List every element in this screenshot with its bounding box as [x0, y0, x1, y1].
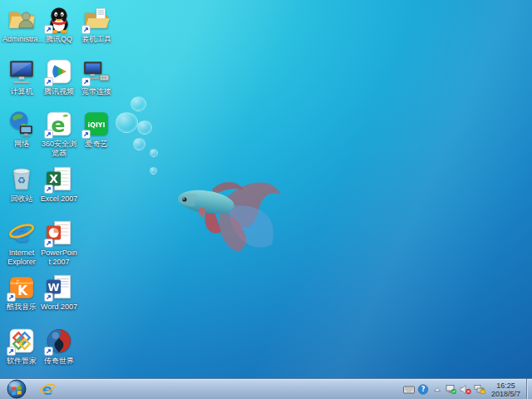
- icon-label: 腾讯QQ: [40, 35, 78, 44]
- word-2007-icon: [45, 273, 73, 301]
- icon-label: 腾讯视频: [40, 87, 78, 96]
- excel-2007[interactable]: Excel 2007: [40, 165, 78, 204]
- show-desktop-button[interactable]: [526, 379, 532, 399]
- tencent-qq-icon: [45, 5, 73, 33]
- start-button[interactable]: [7, 379, 27, 399]
- tencent-video[interactable]: 腾讯视频: [40, 57, 78, 96]
- install-tools-folder[interactable]: 装机工具: [77, 5, 116, 44]
- volume-muted-icon[interactable]: [460, 384, 472, 396]
- clock-date: 2018/5/7: [491, 390, 520, 398]
- tencent-qq[interactable]: 腾讯QQ: [40, 5, 78, 44]
- icon-label: 软件管家: [2, 357, 41, 366]
- install-tools-folder-icon: [82, 5, 111, 33]
- device-ready-icon[interactable]: [446, 384, 458, 396]
- shortcut-arrow-icon: [7, 347, 16, 356]
- icon-label: Administra...: [2, 35, 41, 44]
- shortcut-arrow-icon: [7, 293, 16, 302]
- shortcut-arrow-icon: [44, 185, 53, 194]
- excel-2007-icon: [45, 165, 73, 193]
- taskbar-ie-button[interactable]: [38, 381, 57, 398]
- icon-label: 回收站: [2, 195, 41, 204]
- icon-label: 宽带连接: [77, 87, 116, 96]
- icon-label: 计算机: [2, 87, 41, 96]
- computer-icon: [7, 57, 36, 86]
- icon-label: 酷我音乐: [2, 303, 41, 312]
- taskbar: ? 16:25 2018/5/7: [0, 378, 532, 399]
- shortcut-arrow-icon: [44, 130, 53, 139]
- network-icon: [7, 110, 36, 138]
- administrator-folder-icon: [7, 5, 36, 33]
- recycle-bin[interactable]: 回收站: [2, 165, 41, 204]
- system-tray: ? 16:25 2018/5/7: [401, 379, 527, 399]
- internet-explorer-icon: [7, 219, 36, 247]
- legend-world-icon: [45, 327, 73, 355]
- shortcut-arrow-icon: [44, 347, 53, 356]
- shortcut-arrow-icon: [44, 77, 53, 86]
- word-2007[interactable]: Word 2007: [40, 273, 78, 312]
- shortcut-arrow-icon: [81, 25, 91, 34]
- desktop-icon-grid: Administra...腾讯QQ装机工具计算机腾讯视频宽带连接网络360安全浏…: [0, 0, 532, 378]
- recycle-bin-icon: [7, 165, 36, 193]
- iqiyi-icon: [82, 110, 111, 138]
- icon-label: PowerPoint 2007: [40, 249, 78, 267]
- icon-label: 360安全浏览器: [40, 140, 78, 158]
- kuwo-music[interactable]: 酷我音乐: [2, 273, 41, 312]
- input-method-keyboard-icon[interactable]: [403, 384, 416, 396]
- help-icon[interactable]: ?: [417, 384, 430, 396]
- software-manager[interactable]: 软件管家: [2, 327, 41, 366]
- computer[interactable]: 计算机: [2, 57, 41, 96]
- clock-time: 16:25: [491, 382, 520, 390]
- network[interactable]: 网络: [2, 110, 41, 149]
- broadband-connection-icon: [82, 57, 111, 86]
- administrator-folder[interactable]: Administra...: [2, 5, 41, 44]
- shortcut-arrow-icon: [81, 77, 91, 86]
- 360-safe-browser[interactable]: 360安全浏览器: [40, 110, 78, 158]
- icon-label: 爱奇艺: [77, 140, 116, 149]
- 360-safe-browser-icon: [45, 110, 73, 138]
- network-warning-icon[interactable]: [474, 384, 486, 396]
- tencent-video-icon: [45, 57, 73, 86]
- kuwo-music-icon: [7, 273, 36, 301]
- show-hidden-icons-arrow[interactable]: [431, 384, 444, 396]
- svg-text:?: ?: [421, 386, 426, 393]
- icon-label: Word 2007: [40, 303, 78, 312]
- shortcut-arrow-icon: [44, 239, 53, 248]
- icon-label: 传奇世界: [40, 357, 78, 366]
- internet-explorer[interactable]: Internet Explorer: [2, 219, 41, 267]
- powerpoint-2007-icon: [45, 219, 73, 247]
- shortcut-arrow-icon: [81, 130, 91, 139]
- software-manager-icon: [7, 327, 36, 355]
- iqiyi[interactable]: 爱奇艺: [77, 110, 116, 149]
- powerpoint-2007[interactable]: PowerPoint 2007: [40, 219, 78, 267]
- taskbar-clock[interactable]: 16:25 2018/5/7: [491, 382, 520, 398]
- icon-label: Excel 2007: [40, 195, 78, 204]
- icon-label: 网络: [2, 140, 41, 149]
- shortcut-arrow-icon: [44, 293, 53, 302]
- broadband-connection[interactable]: 宽带连接: [77, 57, 116, 96]
- legend-world[interactable]: 传奇世界: [40, 327, 78, 366]
- icon-label: 装机工具: [77, 35, 116, 44]
- icon-label: Internet Explorer: [2, 249, 41, 267]
- shortcut-arrow-icon: [44, 25, 53, 34]
